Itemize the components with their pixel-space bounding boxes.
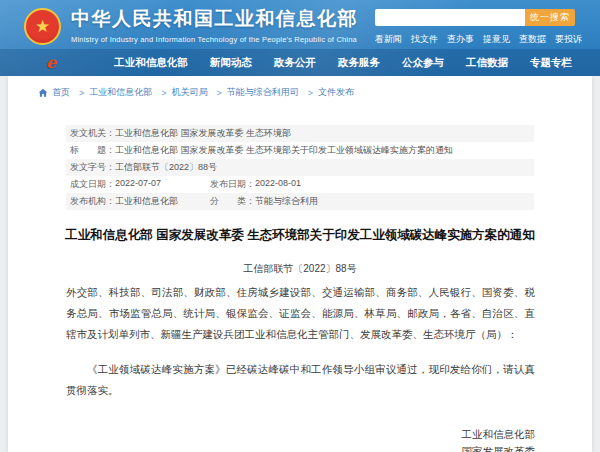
quick-link-data[interactable]: 查数据 xyxy=(519,33,546,46)
meta-label: 标 题： xyxy=(70,144,115,157)
site-subtitle: Ministry of Industry and Information Tec… xyxy=(71,35,358,44)
quick-link-news[interactable]: 看新闻 xyxy=(375,33,402,46)
breadcrumb-label: 首页 xyxy=(52,86,70,99)
nav-item-gov-services[interactable]: 政务服务 xyxy=(338,56,380,70)
meta-label: 成文日期： xyxy=(70,178,115,191)
signature-line: 工业和信息化部 xyxy=(462,426,536,443)
meta-row-doc-number: 发文字号： 工信部联节〔2022〕88号 xyxy=(66,159,534,176)
meta-value: 工业和信息化部 xyxy=(115,195,178,208)
emblem-star-icon: ★ xyxy=(35,18,50,35)
nav-item-topics[interactable]: 专题专栏 xyxy=(530,56,572,70)
site-title: 中华人民共和国工业和信息化部 xyxy=(71,6,358,32)
meta-value: 工信部联节〔2022〕88号 xyxy=(115,161,217,174)
document-meta-table: 发文机关： 工业和信息化部 国家发展改革委 生态环境部 标 题： 工业和信息化部… xyxy=(66,125,534,210)
meta-value: 工业和信息化部 国家发展改革委 生态环境部 xyxy=(115,127,291,140)
unified-search-button[interactable]: 统一搜索 xyxy=(525,9,575,26)
document-number: 工信部联节〔2022〕88号 xyxy=(8,262,592,276)
meta-label: 发布日期： xyxy=(210,178,255,191)
meta-value: 工业和信息化部 国家发展改革委 生态环境部关于印发工业领域碳达峰实施方案的通知 xyxy=(115,144,453,157)
nav-item-news[interactable]: 新闻动态 xyxy=(210,56,252,70)
meta-label: 发文机关： xyxy=(70,127,115,140)
site-header: ★ 中华人民共和国工业和信息化部 Ministry of Industry an… xyxy=(0,0,600,76)
meta-label: 发布机构： xyxy=(70,195,115,208)
nav-item-ministry[interactable]: 工业和信息化部 xyxy=(114,56,188,70)
meta-label: 分 类： xyxy=(210,195,255,208)
meta-label: 发文字号： xyxy=(70,161,115,174)
meta-row-title: 标 题： 工业和信息化部 国家发展改革委 生态环境部关于印发工业领域碳达峰实施方… xyxy=(66,142,534,159)
breadcrumb: 首页 工业和信息化部 机关司局 节能与综合利用司 文件发布 xyxy=(8,76,592,99)
search-input[interactable] xyxy=(375,9,525,26)
search-area: 统一搜索 看新闻 找文件 查办事 提意见 查数据 要投诉 xyxy=(375,9,575,46)
document-paragraph-body: 《工业领域碳达峰实施方案》已经碳达峰碳中和工作领导小组审议通过，现印发给你们，请… xyxy=(66,359,535,401)
quick-link-services[interactable]: 查办事 xyxy=(447,33,474,46)
breadcrumb-home[interactable]: 首页 xyxy=(38,86,84,99)
quick-link-suggestions[interactable]: 提意见 xyxy=(483,33,510,46)
signature-line: 国家发展改革委 xyxy=(462,443,536,452)
content-card: 首页 工业和信息化部 机关司局 节能与综合利用司 文件发布 发文机关： 工业和信… xyxy=(8,76,592,452)
meta-value: 节能与综合利用 xyxy=(255,195,318,208)
nav-item-gov-disclosure[interactable]: 政务公开 xyxy=(274,56,316,70)
miit-logo-icon: e xyxy=(46,55,56,71)
breadcrumb-ministry[interactable]: 工业和信息化部 xyxy=(89,86,166,99)
meta-value: 2022-08-01 xyxy=(255,178,301,191)
national-emblem-icon: ★ xyxy=(24,8,61,45)
quick-link-documents[interactable]: 找文件 xyxy=(411,33,438,46)
meta-value: 2022-07-07 xyxy=(115,178,161,191)
nav-item-miit-data[interactable]: 工信数据 xyxy=(466,56,508,70)
main-nav: e 工业和信息化部 新闻动态 政务公开 政务服务 公众参与 工信数据 专题专栏 xyxy=(0,49,600,76)
document-paragraph-addressees: 外交部、科技部、司法部、财政部、住房城乡建设部、交通运输部、商务部、人民银行、国… xyxy=(66,282,535,345)
breadcrumb-departments[interactable]: 机关司局 xyxy=(172,86,222,99)
signature-block: 工业和信息化部 国家发展改革委 生态环境部 2022年7月7日 xyxy=(462,426,536,452)
document-body: 工业和信息化部 国家发展改革委 生态环境部关于印发工业领域碳达峰实施方案的通知 … xyxy=(8,226,592,452)
breadcrumb-current-page: 文件发布 xyxy=(318,86,354,99)
document-title: 工业和信息化部 国家发展改革委 生态环境部关于印发工业领域碳达峰实施方案的通知 xyxy=(48,226,552,244)
quick-links: 看新闻 找文件 查办事 提意见 查数据 要投诉 xyxy=(375,33,575,46)
breadcrumb-energy-conservation-dept[interactable]: 节能与综合利用司 xyxy=(227,86,313,99)
meta-row-dates: 成文日期： 2022-07-07 发布日期： 2022-08-01 xyxy=(66,176,534,193)
meta-row-issuing-agency: 发文机关： 工业和信息化部 国家发展改革委 生态环境部 xyxy=(66,125,534,142)
meta-row-publisher-category: 发布机构： 工业和信息化部 分 类： 节能与综合利用 xyxy=(66,193,534,210)
quick-link-complaints[interactable]: 要投诉 xyxy=(555,33,582,46)
home-icon xyxy=(38,88,48,98)
nav-item-participation[interactable]: 公众参与 xyxy=(402,56,444,70)
